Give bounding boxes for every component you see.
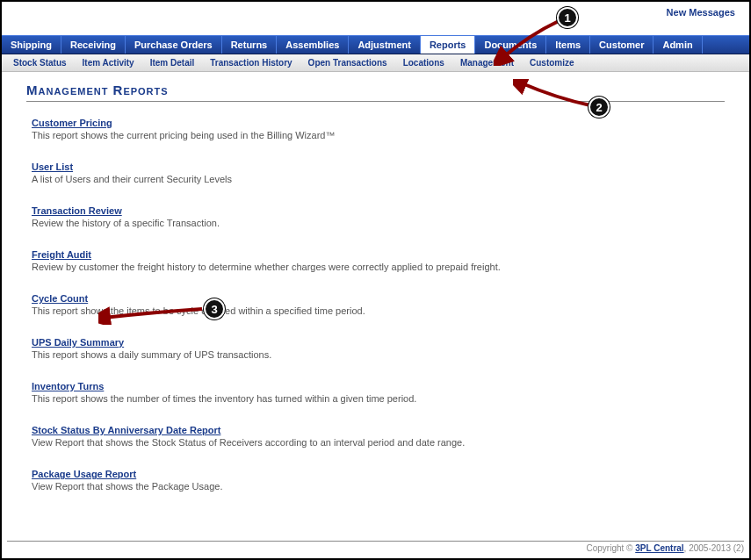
subnav-stock-status[interactable]: Stock Status bbox=[5, 55, 75, 70]
annotation-badge-1: 1 bbox=[557, 7, 578, 28]
subnav-item-detail[interactable]: Item Detail bbox=[142, 55, 203, 70]
report-user-list: User List A list of Users and their curr… bbox=[32, 162, 725, 184]
report-transaction-review: Transaction Review Review the history of… bbox=[32, 205, 725, 228]
report-link-user-list[interactable]: User List bbox=[32, 162, 73, 172]
report-desc: Review by customer the freight history t… bbox=[32, 262, 725, 272]
content-area: Management Reports Customer Pricing This… bbox=[2, 72, 749, 521]
report-desc: This report shows a daily summary of UPS… bbox=[32, 349, 725, 360]
report-link-inventory-turns[interactable]: Inventory Turns bbox=[32, 381, 104, 391]
footer-brand-link[interactable]: 3PL Central bbox=[635, 543, 683, 553]
nav-admin[interactable]: Admin bbox=[654, 36, 702, 54]
report-link-freight-audit[interactable]: Freight Audit bbox=[32, 249, 91, 260]
report-link-stock-status-anniversary[interactable]: Stock Status By Anniversary Date Report bbox=[32, 425, 220, 435]
report-desc: Review the history of a specific Transac… bbox=[32, 218, 725, 228]
subnav-locations[interactable]: Locations bbox=[395, 55, 452, 70]
annotation-badge-2: 2 bbox=[589, 97, 610, 118]
report-link-transaction-review[interactable]: Transaction Review bbox=[32, 205, 122, 216]
nav-returns[interactable]: Returns bbox=[222, 36, 278, 54]
report-desc: View Report that shows the Stock Status … bbox=[32, 437, 725, 448]
subnav-open-transactions[interactable]: Open Transactions bbox=[300, 55, 395, 70]
report-desc: A list of Users and their current Securi… bbox=[32, 174, 725, 184]
report-ups-daily-summary: UPS Daily Summary This report shows a da… bbox=[32, 337, 725, 360]
annotation-arrow-3 bbox=[98, 304, 208, 325]
report-freight-audit: Freight Audit Review by customer the fre… bbox=[32, 249, 725, 272]
nav-adjustment[interactable]: Adjustment bbox=[349, 36, 421, 54]
main-nav: Shipping Receiving Purchase Orders Retur… bbox=[2, 35, 749, 54]
report-link-package-usage[interactable]: Package Usage Report bbox=[32, 469, 136, 479]
copyright-years: , 2005-2013 (2) bbox=[684, 543, 744, 553]
annotation-badge-3: 3 bbox=[204, 298, 225, 319]
nav-receiving[interactable]: Receiving bbox=[61, 36, 126, 54]
annotation-arrow-2 bbox=[513, 79, 596, 114]
subnav-transaction-history[interactable]: Transaction History bbox=[202, 55, 300, 70]
nav-customer[interactable]: Customer bbox=[590, 36, 654, 54]
report-desc: This report shows the current pricing be… bbox=[32, 130, 725, 140]
report-customer-pricing: Customer Pricing This report shows the c… bbox=[32, 118, 725, 140]
nav-assemblies[interactable]: Assemblies bbox=[277, 36, 349, 54]
nav-shipping[interactable]: Shipping bbox=[2, 36, 61, 54]
page-title: Management Reports bbox=[26, 83, 725, 97]
report-package-usage: Package Usage Report View Report that sh… bbox=[32, 469, 725, 492]
title-rule bbox=[26, 101, 725, 102]
report-link-ups-daily-summary[interactable]: UPS Daily Summary bbox=[32, 337, 124, 348]
nav-reports[interactable]: Reports bbox=[421, 36, 476, 54]
subnav-item-activity[interactable]: Item Activity bbox=[75, 55, 142, 70]
copyright-prefix: Copyright © bbox=[586, 543, 635, 553]
report-link-customer-pricing[interactable]: Customer Pricing bbox=[32, 118, 112, 128]
report-stock-status-anniversary: Stock Status By Anniversary Date Report … bbox=[32, 425, 725, 448]
report-desc: View Report that shows the Package Usage… bbox=[32, 481, 725, 492]
footer: Copyright © 3PL Central, 2005-2013 (2) bbox=[7, 541, 744, 553]
annotation-arrow-1 bbox=[494, 18, 564, 66]
report-desc: This report shows the number of times th… bbox=[32, 393, 725, 404]
nav-purchase-orders[interactable]: Purchase Orders bbox=[126, 36, 222, 54]
report-inventory-turns: Inventory Turns This report shows the nu… bbox=[32, 381, 725, 404]
report-link-cycle-count[interactable]: Cycle Count bbox=[32, 293, 88, 304]
sub-nav: Stock Status Item Activity Item Detail T… bbox=[2, 54, 749, 72]
new-messages-link[interactable]: New Messages bbox=[667, 7, 735, 18]
